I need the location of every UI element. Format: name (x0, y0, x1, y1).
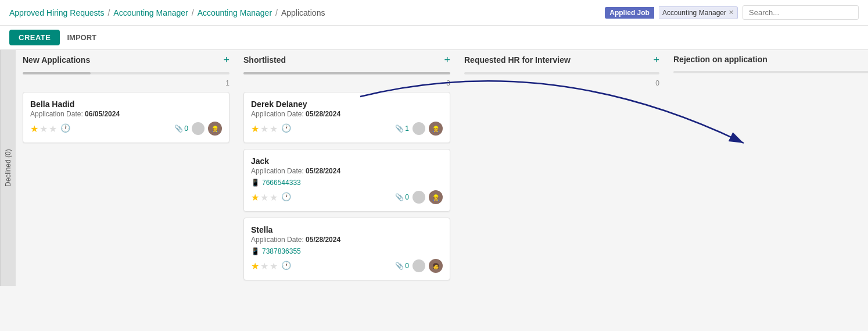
header: Approved Hiring Requests / Accounting Ma… (0, 0, 868, 26)
column-title-requested-hr: Requested HR for Interview (464, 55, 571, 65)
paperclip-icon: 📎 (395, 262, 404, 270)
paperclip-icon: 📎 (174, 124, 183, 133)
paperclip-icon: 📎 (395, 124, 404, 133)
avatar-icon: 👷 (432, 194, 439, 201)
attach-count-derek-delaney: 📎 1 (395, 124, 409, 133)
star-1: ★ (251, 123, 259, 134)
breadcrumb-accounting-manager-2[interactable]: Accounting Manager (198, 8, 272, 17)
star-2: ★ (260, 192, 268, 203)
star-1: ★ (251, 261, 259, 272)
column-header-requested-hr: Requested HR for Interview + (464, 50, 659, 67)
breadcrumb-applications: Applications (281, 8, 325, 17)
column-new-applications: New Applications + 1 Bella Hadid Applica… (16, 50, 236, 286)
avatar-circle-stella (413, 259, 425, 272)
phone-number-jack: 7666544333 (262, 179, 301, 187)
card-stella[interactable]: Stella Application Date: 05/28/2024 📱 73… (243, 218, 450, 280)
star-3: ★ (270, 123, 278, 134)
star-2: ★ (260, 261, 268, 272)
avatar-stella: 🧑 (429, 259, 443, 273)
star-3: ★ (270, 261, 278, 272)
card-actions-derek-delaney: 📎 1 👷 (395, 122, 443, 136)
kanban-wrapper: Declined (0) New Applications + 1 Bella … (0, 50, 868, 286)
card-phone-stella: 📱 7387836355 (251, 247, 443, 255)
card-actions-jack: 📎 0 👷 (395, 190, 443, 204)
column-count-requested-hr: 0 (464, 79, 659, 87)
avatar-icon: 👷 (432, 126, 439, 132)
applied-job-value: Accounting Manager ✕ (659, 6, 738, 19)
declined-tab[interactable]: Declined (0) (0, 50, 16, 286)
star-2: ★ (40, 123, 48, 134)
add-shortlisted-button[interactable]: + (444, 55, 450, 65)
column-progress-bar-shortlisted (243, 72, 450, 74)
breadcrumb-accounting-manager-1[interactable]: Accounting Manager (113, 8, 188, 17)
card-date-derek-delaney: Application Date: 05/28/2024 (251, 110, 443, 118)
column-requested-hr: Requested HR for Interview + 0 (457, 50, 666, 286)
clock-icon: 🕐 (60, 123, 70, 134)
card-name-bella-hadid: Bella Hadid (30, 99, 222, 109)
breadcrumb-sep-2: / (192, 8, 194, 17)
phone-number-stella: 7387836355 (262, 247, 301, 255)
import-button[interactable]: IMPORT (67, 33, 96, 42)
attach-count-jack: 📎 0 (395, 193, 409, 201)
card-footer-stella: ★ ★ ★ 🕐 📎 0 🧑 (251, 259, 443, 273)
breadcrumb-sep-1: / (107, 8, 110, 17)
card-name-stella: Stella (251, 225, 443, 234)
avatar-circle-bella-hadid (192, 122, 205, 135)
column-title-shortlisted: Shortlisted (243, 55, 286, 65)
card-footer-jack: ★ ★ ★ 🕐 📎 0 👷 (251, 190, 443, 204)
breadcrumb-sep-3: / (275, 8, 278, 17)
avatar-circle-jack (413, 191, 425, 204)
column-count-new-applications: 1 (23, 79, 229, 87)
card-bella-hadid[interactable]: Bella Hadid Application Date: 06/05/2024… (23, 92, 229, 143)
card-footer-derek-delaney: ★ ★ ★ 🕐 📎 1 👷 (251, 122, 443, 136)
card-name-derek-delaney: Derek Delaney (251, 99, 443, 109)
star-1: ★ (30, 123, 38, 134)
column-progress-requested-hr (464, 72, 659, 74)
phone-icon-stella: 📱 (251, 247, 260, 255)
avatar-icon: 🧑 (432, 263, 439, 269)
phone-icon-jack: 📱 (251, 179, 260, 187)
add-requested-hr-button[interactable]: + (653, 55, 659, 65)
applied-job-tag: Applied Job (605, 7, 654, 19)
star-2: ★ (260, 123, 268, 134)
avatar-jack: 👷 (429, 190, 443, 204)
card-date-stella: Application Date: 05/28/2024 (251, 236, 443, 244)
stars-derek-delaney: ★ ★ ★ 🕐 (251, 123, 291, 134)
avatar-circle-derek-delaney (413, 122, 425, 135)
column-header-rejection: Rejection on application (673, 50, 868, 66)
search-input[interactable] (743, 5, 859, 20)
breadcrumb-approved-hiring[interactable]: Approved Hiring Requests (9, 8, 104, 17)
create-button[interactable]: CREATE (9, 30, 60, 45)
card-footer-bella-hadid: ★ ★ ★ 🕐 📎 0 👷 (30, 122, 222, 136)
paperclip-icon: 📎 (395, 193, 404, 201)
card-phone-jack: 📱 7666544333 (251, 179, 443, 187)
card-date-bella-hadid: Application Date: 06/05/2024 (30, 110, 222, 118)
add-new-application-button[interactable]: + (223, 55, 229, 65)
card-derek-delaney[interactable]: Derek Delaney Application Date: 05/28/20… (243, 92, 450, 143)
stars-bella-hadid: ★ ★ ★ 🕐 (30, 123, 70, 134)
column-progress-bar-new-applications (23, 72, 91, 74)
star-3: ★ (49, 123, 57, 134)
header-right: Applied Job Accounting Manager ✕ (605, 5, 859, 20)
avatar-bella-hadid: 👷 (208, 122, 222, 136)
column-header-new-applications: New Applications + (23, 50, 229, 67)
stars-stella: ★ ★ ★ 🕐 (251, 261, 291, 272)
card-jack[interactable]: Jack Application Date: 05/28/2024 📱 7666… (243, 149, 450, 212)
card-date-jack: Application Date: 05/28/2024 (251, 167, 443, 175)
stars-jack: ★ ★ ★ 🕐 (251, 192, 291, 203)
close-filter-icon[interactable]: ✕ (729, 9, 734, 16)
clock-icon: 🕐 (281, 123, 291, 134)
column-progress-new-applications (23, 72, 229, 74)
attach-count-bella-hadid: 📎 0 (174, 124, 188, 133)
card-actions-stella: 📎 0 🧑 (395, 259, 443, 273)
star-3: ★ (270, 192, 278, 203)
column-progress-shortlisted (243, 72, 450, 74)
column-header-shortlisted: Shortlisted + (243, 50, 450, 67)
column-title-new-applications: New Applications (23, 55, 90, 65)
star-1: ★ (251, 192, 259, 203)
clock-icon: 🕐 (281, 192, 291, 203)
column-title-rejection: Rejection on application (673, 55, 767, 64)
avatar-icon: 👷 (211, 126, 218, 132)
card-actions-bella-hadid: 📎 0 👷 (174, 122, 222, 136)
applied-job-value-text: Accounting Manager (662, 9, 726, 17)
